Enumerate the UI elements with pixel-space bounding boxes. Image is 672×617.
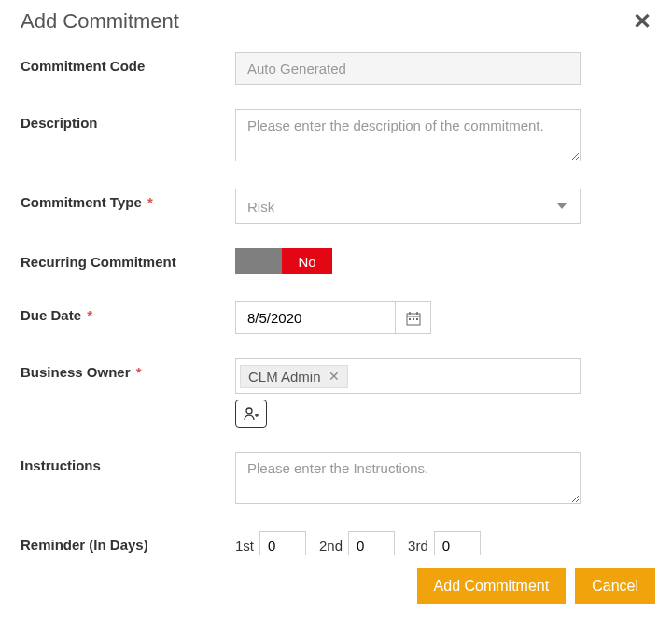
required-marker: * <box>136 364 142 380</box>
modal-footer: Add Commitment Cancel <box>0 555 672 617</box>
svg-rect-5 <box>413 318 414 320</box>
chevron-down-icon <box>557 203 567 209</box>
commitment-code-input <box>235 52 581 85</box>
required-marker: * <box>147 194 153 210</box>
reminder-2: 2nd <box>319 531 395 555</box>
reminder-1-input[interactable] <box>259 531 306 555</box>
close-icon[interactable]: ✕ <box>633 10 651 33</box>
reminder-1-label: 1st <box>235 538 254 554</box>
business-owner-field[interactable]: CLM Admin ✕ <box>235 358 581 394</box>
row-recurring: Recurring Commitment No <box>21 248 659 277</box>
owner-tag: CLM Admin ✕ <box>240 365 348 388</box>
owner-tag-label: CLM Admin <box>248 369 321 385</box>
commitment-type-value: Risk <box>247 199 557 215</box>
svg-point-7 <box>246 408 252 414</box>
required-marker: * <box>87 307 92 323</box>
reminder-3-label: 3rd <box>408 538 428 554</box>
remove-tag-icon[interactable]: ✕ <box>329 369 340 384</box>
row-commitment-code: Commitment Code <box>21 52 659 85</box>
label-description: Description <box>21 109 235 131</box>
label-commitment-type-text: Commitment Type <box>21 194 142 210</box>
control-commitment-code <box>235 52 581 85</box>
calendar-icon <box>406 311 421 326</box>
modal-body[interactable]: Commitment Code Description Commitment T… <box>21 34 668 555</box>
label-due-date: Due Date * <box>21 301 235 323</box>
modal-title: Add Commitment <box>21 9 179 34</box>
reminder-3-input[interactable] <box>434 531 481 555</box>
label-recurring: Recurring Commitment <box>21 248 235 270</box>
description-input[interactable] <box>235 109 581 161</box>
reminder-3: 3rd <box>408 531 481 555</box>
toggle-value: No <box>282 248 332 274</box>
label-reminder: Reminder (In Days) <box>21 531 235 553</box>
control-due-date <box>235 301 581 334</box>
control-commitment-type: Risk <box>235 189 581 224</box>
row-instructions: Instructions <box>21 452 659 507</box>
row-description: Description <box>21 109 659 164</box>
calendar-button[interactable] <box>395 302 430 333</box>
control-instructions <box>235 452 581 507</box>
reminders-group: 1st 2nd 3rd <box>235 531 581 555</box>
control-recurring: No <box>235 248 581 277</box>
row-due-date: Due Date * <box>21 301 659 334</box>
row-reminder: Reminder (In Days) 1st 2nd 3rd <box>21 531 659 555</box>
control-business-owner: CLM Admin ✕ <box>235 358 581 428</box>
add-commitment-button[interactable]: Add Commitment <box>417 568 567 604</box>
control-description <box>235 109 581 164</box>
label-business-owner-text: Business Owner <box>21 364 131 380</box>
due-date-group <box>235 301 431 334</box>
reminder-1: 1st <box>235 531 306 555</box>
add-person-button[interactable] <box>235 400 267 428</box>
cancel-button[interactable]: Cancel <box>575 568 655 604</box>
modal-body-wrap: Commitment Code Description Commitment T… <box>0 34 672 555</box>
reminder-2-input[interactable] <box>348 531 395 555</box>
toggle-track <box>235 248 282 274</box>
label-commitment-type: Commitment Type * <box>21 189 235 210</box>
label-business-owner: Business Owner * <box>21 358 235 380</box>
person-add-icon <box>243 405 259 422</box>
label-instructions: Instructions <box>21 452 235 473</box>
reminder-2-label: 2nd <box>319 538 343 554</box>
commitment-type-select[interactable]: Risk <box>235 189 581 224</box>
modal-header: Add Commitment ✕ <box>0 0 672 34</box>
due-date-input[interactable] <box>236 302 395 333</box>
recurring-toggle[interactable]: No <box>235 248 332 274</box>
label-due-date-text: Due Date <box>21 307 81 323</box>
svg-rect-6 <box>416 318 418 320</box>
label-commitment-code: Commitment Code <box>21 52 235 74</box>
instructions-input[interactable] <box>235 452 581 504</box>
control-reminder: 1st 2nd 3rd <box>235 531 581 555</box>
svg-rect-4 <box>409 318 411 320</box>
row-business-owner: Business Owner * CLM Admin ✕ <box>21 358 659 428</box>
add-commitment-modal: Add Commitment ✕ Commitment Code Descrip… <box>0 0 672 617</box>
row-commitment-type: Commitment Type * Risk <box>21 189 659 224</box>
